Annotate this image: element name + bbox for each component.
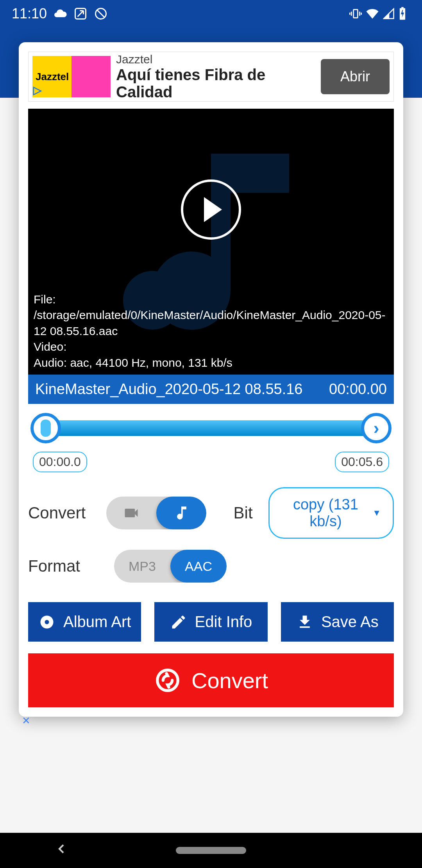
slider-track: [35, 420, 387, 436]
adchoices-icon[interactable]: ▷: [33, 84, 42, 97]
format-mp3-option[interactable]: MP3: [114, 550, 170, 583]
convert-type-toggle[interactable]: [106, 497, 206, 529]
back-button[interactable]: [54, 841, 69, 860]
battery-charging-icon: [399, 7, 406, 20]
svg-point-9: [45, 620, 49, 624]
convert-audio-option[interactable]: [156, 497, 206, 529]
convert-label: Convert: [28, 504, 91, 522]
ad-image: Jazztel ▷: [32, 56, 111, 97]
refresh-icon: [154, 667, 181, 694]
cloud-icon: [53, 7, 67, 21]
trim-end-time[interactable]: 00:05.6: [335, 452, 389, 472]
elapsed-time: 00:00.00: [329, 381, 387, 398]
ad-close-icon[interactable]: ✕: [22, 715, 30, 727]
trim-start-handle[interactable]: [30, 413, 61, 443]
vibrate-icon: [349, 7, 362, 20]
video-camera-icon: [123, 504, 140, 522]
ad-headline: Aquí tienes Fibra de Calidad: [116, 66, 315, 100]
download-icon: [296, 613, 313, 631]
home-pill[interactable]: [176, 847, 246, 854]
play-button[interactable]: [181, 179, 241, 240]
chevron-left-icon: [54, 841, 69, 857]
file-path-line: File: /storage/emulated/0/KineMaster/Aud…: [34, 292, 388, 339]
format-aac-option[interactable]: AAC: [170, 550, 227, 583]
convert-video-option[interactable]: [106, 497, 156, 529]
media-info: File: /storage/emulated/0/KineMaster/Aud…: [34, 292, 388, 371]
trim-end-handle[interactable]: ›: [361, 413, 392, 443]
disc-icon: [38, 613, 55, 631]
svg-rect-4: [401, 7, 404, 8]
svg-rect-2: [354, 9, 358, 18]
bitrate-value: copy (131 kb/s): [281, 496, 370, 530]
edit-info-button[interactable]: Edit Info: [154, 602, 267, 642]
trim-start-time[interactable]: 00:00.0: [33, 452, 87, 472]
save-as-label: Save As: [321, 613, 379, 631]
signal-icon: [383, 8, 395, 20]
ad-banner[interactable]: Jazztel ▷ Jazztel Aquí tienes Fibra de C…: [28, 52, 394, 102]
music-icon: [173, 504, 190, 522]
edit-info-label: Edit Info: [195, 613, 252, 631]
chevron-right-icon: ›: [374, 418, 379, 438]
play-icon: [204, 197, 222, 222]
title-bar: KineMaster_Audio_2020-05-12 08.55.16 00:…: [28, 375, 394, 404]
bit-label: Bit: [234, 504, 253, 522]
album-art-button[interactable]: Album Art: [28, 602, 141, 642]
bitrate-dropdown[interactable]: copy (131 kb/s)▼: [268, 487, 394, 539]
status-time: 11:10: [12, 5, 47, 22]
file-title: KineMaster_Audio_2020-05-12 08.55.16: [35, 381, 303, 398]
convert-button[interactable]: Convert: [28, 653, 394, 707]
status-bar: 11:10: [0, 0, 422, 27]
trim-slider[interactable]: ›: [33, 416, 389, 441]
video-info-line: Video:: [34, 339, 388, 355]
ad-open-button[interactable]: Abrir: [321, 59, 390, 94]
ad-image-text: Jazztel: [36, 71, 69, 83]
save-as-button[interactable]: Save As: [281, 602, 394, 642]
svg-point-7: [130, 509, 132, 512]
do-not-disturb-icon: [94, 7, 108, 21]
audio-info-line: Audio: aac, 44100 Hz, mono, 131 kb/s: [34, 355, 388, 371]
format-toggle[interactable]: MP3 AAC: [114, 550, 227, 583]
album-art-label: Album Art: [63, 613, 131, 631]
dropdown-caret-icon: ▼: [372, 508, 381, 518]
format-label: Format: [28, 557, 98, 576]
media-preview: File: /storage/emulated/0/KineMaster/Aud…: [28, 109, 394, 375]
svg-point-6: [126, 509, 129, 512]
update-icon: [73, 7, 88, 21]
pencil-icon: [170, 613, 187, 631]
convert-button-label: Convert: [191, 668, 268, 693]
navigation-bar: [0, 833, 422, 868]
ad-brand: Jazztel: [116, 53, 315, 66]
wifi-icon: [366, 7, 379, 20]
convert-dialog: Jazztel ▷ Jazztel Aquí tienes Fibra de C…: [19, 42, 403, 717]
